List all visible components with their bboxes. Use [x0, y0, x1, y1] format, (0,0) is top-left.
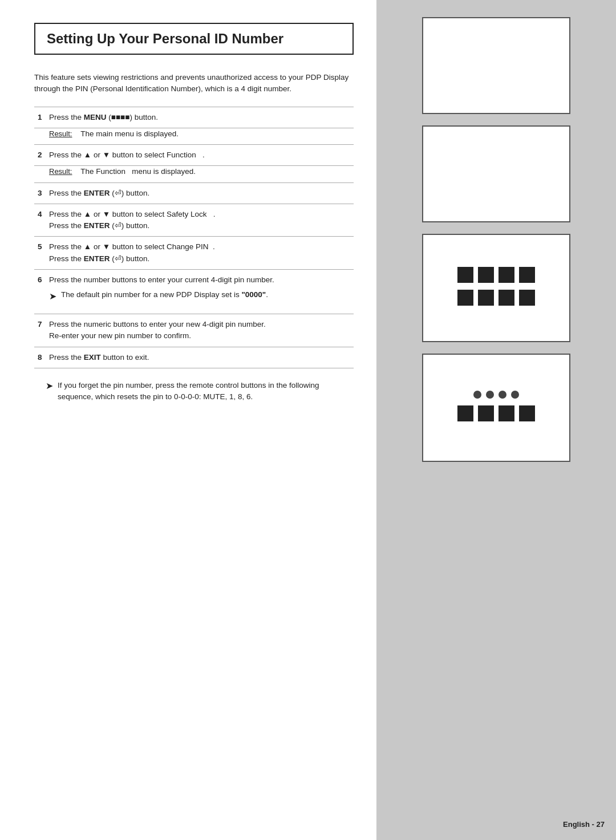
result-content: Result: The Function menu is displayed.	[46, 166, 354, 182]
empty-cell	[34, 166, 46, 182]
step-number: 7	[34, 314, 46, 347]
screen-mockup-3	[422, 234, 570, 342]
pin-dot	[511, 391, 519, 399]
pin-block	[457, 405, 473, 421]
step-content: Press the numeric buttons to enter your …	[46, 314, 354, 347]
table-row: 1 Press the MENU (■■■■) button.	[34, 107, 354, 128]
step-content: Press the ▲ or ▼ button to select Safety…	[46, 204, 354, 237]
table-row: 2 Press the ▲ or ▼ button to select Func…	[34, 145, 354, 166]
table-row: Result: The Function menu is displayed.	[34, 166, 354, 182]
pin-row-2	[457, 290, 535, 306]
step-content: Press the number buttons to enter your c…	[46, 269, 354, 314]
result-text: The main menu is displayed.	[80, 129, 179, 138]
table-row: 5 Press the ▲ or ▼ button to select Chan…	[34, 237, 354, 270]
pin-blocks-container	[457, 267, 535, 309]
bold-text: ENTER	[84, 254, 110, 263]
pin-block	[519, 405, 535, 421]
step-number: 8	[34, 347, 46, 368]
step-content: Press the MENU (■■■■) button.	[46, 107, 354, 128]
bold-text: ENTER	[84, 221, 110, 230]
bold-text: MENU	[84, 113, 107, 121]
main-content: Setting Up Your Personal ID Number This …	[0, 0, 376, 840]
step-number: 2	[34, 145, 46, 166]
step-number: 5	[34, 237, 46, 270]
page-title: Setting Up Your Personal ID Number	[47, 31, 283, 46]
pin-dot	[486, 391, 494, 399]
empty-cell	[34, 128, 46, 144]
screen-mockup-2	[422, 125, 570, 222]
bold-text: EXIT	[84, 353, 101, 362]
pin-block	[499, 267, 514, 283]
title-box: Setting Up Your Personal ID Number	[34, 23, 354, 55]
pin-dot	[473, 391, 481, 399]
pin-block	[478, 405, 494, 421]
result-label: Result:	[49, 129, 72, 138]
tip-section: ➤ If you forget the pin number, press th…	[34, 380, 354, 403]
pin-block	[478, 290, 494, 306]
pin-block	[457, 290, 473, 306]
result-content: Result: The main menu is displayed.	[46, 128, 354, 144]
page-footer: English - 27	[563, 820, 605, 829]
step-content: Press the ▲ or ▼ button to select Functi…	[46, 145, 354, 166]
pin-block	[457, 267, 473, 283]
arrow-icon: ➤	[49, 290, 56, 303]
pin-block	[499, 405, 514, 421]
step-number: 3	[34, 182, 46, 204]
table-row: 6 Press the number buttons to enter your…	[34, 269, 354, 314]
pin-mixed-container	[457, 391, 535, 425]
table-row: 7 Press the numeric buttons to enter you…	[34, 314, 354, 347]
step-content: Press the EXIT button to exit.	[46, 347, 354, 368]
pin-block	[478, 267, 494, 283]
step-content: Press the ENTER (⏎) button.	[46, 182, 354, 204]
screen-mockup-4	[422, 354, 570, 462]
step-number: 4	[34, 204, 46, 237]
pin-dot	[499, 391, 506, 399]
screen-mockup-1	[422, 17, 570, 114]
pin-row-filled	[457, 405, 535, 421]
result-label: Result:	[49, 167, 72, 176]
steps-table: 1 Press the MENU (■■■■) button. Result: …	[34, 107, 354, 368]
note-text: The default pin number for a new PDP Dis…	[61, 289, 268, 301]
tip-text: If you forget the pin number, press the …	[58, 380, 354, 403]
step-number: 1	[34, 107, 46, 128]
footer-label: English - 27	[563, 820, 605, 829]
table-row: 4 Press the ▲ or ▼ button to select Safe…	[34, 204, 354, 237]
bold-text: ENTER	[84, 189, 110, 197]
tip-row: ➤ If you forget the pin number, press th…	[40, 380, 354, 403]
table-row: 3 Press the ENTER (⏎) button.	[34, 182, 354, 204]
pin-block	[499, 290, 514, 306]
table-row: Result: The main menu is displayed.	[34, 128, 354, 144]
tip-arrow-icon: ➤	[46, 380, 53, 391]
intro-text: This feature sets viewing restrictions a…	[34, 72, 354, 95]
pin-block	[519, 290, 535, 306]
pin-row-1	[457, 267, 535, 283]
sidebar: English - 27	[376, 0, 616, 840]
pin-block	[519, 267, 535, 283]
step-number: 6	[34, 269, 46, 314]
step-content: Press the ▲ or ▼ button to select Change…	[46, 237, 354, 270]
pin-row-dots	[473, 391, 519, 399]
result-text: The Function menu is displayed.	[80, 167, 196, 176]
table-row: 8 Press the EXIT button to exit.	[34, 347, 354, 368]
